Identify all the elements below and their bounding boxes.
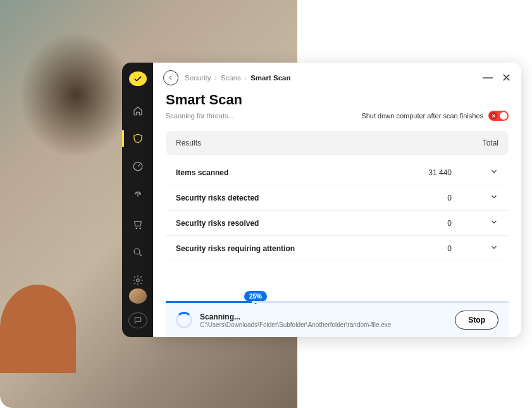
result-label: Security risks detected [176, 194, 447, 202]
breadcrumb-current: Smart Scan [251, 74, 290, 82]
app-logo[interactable] [129, 71, 147, 86]
cart-icon [132, 219, 144, 230]
checkmark-icon [133, 74, 143, 84]
shutdown-label: Shut down computer after scan finishes [361, 112, 483, 120]
spinner-icon [176, 312, 192, 328]
fingerprint-icon [132, 189, 144, 200]
scan-footer-title: Scanning... [200, 312, 447, 321]
page-header: Smart Scan Scanning for threats... Shut … [153, 89, 521, 127]
svg-point-0 [134, 249, 140, 254]
progress-fill [166, 301, 252, 303]
result-label: Security risks requiring attention [176, 244, 447, 253]
back-button[interactable] [163, 70, 178, 85]
search-icon [132, 247, 144, 258]
x-icon: ✕ [490, 112, 497, 120]
results-header-label: Results [176, 139, 201, 147]
scan-footer-path: C:\Users\Downloads\Folder\Subfolder\Anot… [200, 321, 447, 328]
result-label: Items scanned [176, 168, 428, 177]
home-icon [132, 105, 144, 116]
expand-button[interactable] [490, 243, 498, 254]
sidebar-item-search[interactable] [122, 244, 153, 261]
progress-area: 25% Scanning... C:\Users\Downloads\Folde… [166, 301, 509, 337]
content-area: Results Total Items scanned 31 440 Secur… [153, 127, 521, 337]
toggle-knob [500, 112, 507, 120]
result-row: Items scanned 31 440 [166, 160, 509, 185]
result-value: 31 440 [428, 168, 452, 177]
chevron-down-icon [490, 167, 498, 176]
result-row: Security risks requiring attention 0 [166, 236, 509, 261]
svg-point-1 [136, 279, 139, 282]
arrow-left-icon [167, 74, 175, 82]
scan-status-text: Scanning for threats... [166, 112, 234, 120]
scan-footer: Scanning... C:\Users\Downloads\Folder\Su… [166, 303, 509, 337]
breadcrumb-item[interactable]: Scans [221, 74, 241, 82]
result-row: Security risks resolved 0 [166, 211, 509, 236]
titlebar: Security › Scans › Smart Scan — ✕ [153, 63, 521, 89]
sidebar-item-settings[interactable] [122, 272, 153, 288]
expand-button[interactable] [490, 218, 498, 228]
shutdown-toggle[interactable]: ✕ [488, 111, 509, 121]
progress-percent-badge: 25% [244, 291, 267, 302]
user-avatar[interactable] [129, 288, 147, 303]
minimize-button[interactable]: — [483, 73, 493, 83]
chevron-right-icon: › [245, 75, 247, 82]
chevron-down-icon [490, 218, 498, 226]
chat-button[interactable] [128, 312, 147, 328]
gauge-icon [132, 161, 144, 172]
close-button[interactable]: ✕ [502, 72, 511, 83]
sidebar-item-store[interactable] [122, 216, 153, 233]
sidebar-item-privacy[interactable] [122, 186, 153, 202]
result-label: Security risks resolved [176, 219, 447, 228]
sidebar-item-home[interactable] [122, 102, 153, 119]
expand-button[interactable] [490, 192, 498, 203]
stop-button[interactable]: Stop [455, 311, 498, 330]
progress-bar [166, 301, 509, 303]
breadcrumb: Security › Scans › Smart Scan [185, 74, 290, 82]
result-row: Security risks detected 0 [166, 185, 509, 211]
result-value: 0 [447, 194, 452, 202]
result-value: 0 [447, 244, 452, 253]
chevron-down-icon [490, 243, 498, 252]
results-header-total: Total [483, 139, 498, 147]
breadcrumb-item[interactable]: Security [185, 74, 211, 82]
chevron-right-icon: › [215, 75, 217, 82]
results-table-header: Results Total [166, 131, 509, 155]
shield-icon [132, 133, 144, 144]
sidebar [122, 63, 153, 337]
page-title: Smart Scan [166, 92, 509, 108]
chevron-down-icon [490, 192, 498, 201]
gear-icon [132, 275, 144, 286]
result-value: 0 [447, 219, 452, 228]
expand-button[interactable] [490, 167, 498, 178]
sidebar-item-performance[interactable] [122, 158, 153, 175]
main-window: Security › Scans › Smart Scan — ✕ Smart … [153, 63, 521, 337]
chat-icon [133, 316, 142, 325]
sidebar-item-security[interactable] [122, 130, 153, 147]
shutdown-toggle-group: Shut down computer after scan finishes ✕ [361, 111, 509, 121]
